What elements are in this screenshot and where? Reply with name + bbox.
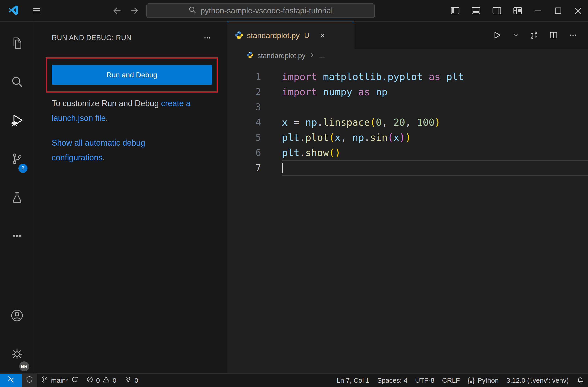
line-content[interactable]: plt.show() (282, 145, 588, 160)
run-dropdown-chevron-icon[interactable] (512, 32, 519, 39)
remote-icon (7, 375, 15, 385)
main-area: 2 BR RUN AND DEBUG: RUN (0, 22, 588, 373)
line-content[interactable]: plt.plot(x, np.sin(x)) (282, 130, 588, 145)
breadcrumb-chevron-icon (309, 52, 315, 60)
line-number: 1 (227, 69, 261, 84)
notifications-bell-icon[interactable] (573, 374, 588, 387)
breadcrumb-more[interactable]: ... (319, 52, 325, 60)
more-views-icon[interactable] (0, 217, 34, 255)
show-debug-configurations-link[interactable]: Show all automatic debug configurations (52, 138, 145, 162)
maximize-button[interactable] (548, 0, 568, 22)
braces-icon: {} (468, 376, 475, 385)
git-branch-icon (41, 376, 48, 385)
problems-item[interactable]: 0 0 (82, 374, 120, 387)
warnings-icon (103, 376, 110, 385)
errors-count: 0 (96, 377, 100, 384)
code-area[interactable]: 1import matplotlib.pyplot as plt2import … (227, 63, 588, 373)
show-configs-period: . (103, 153, 105, 162)
split-editor-icon[interactable] (549, 31, 558, 40)
line-number: 5 (227, 130, 261, 145)
views-and-more-actions-icon[interactable] (203, 33, 212, 43)
run-python-file-icon[interactable] (492, 30, 502, 40)
search-view-icon[interactable] (0, 62, 34, 101)
ports-item[interactable]: 0 (120, 374, 142, 387)
command-center-search[interactable]: python-sample-vscode-fastapi-tutorial (146, 3, 375, 18)
search-text: python-sample-vscode-fastapi-tutorial (200, 6, 333, 15)
warnings-count: 0 (112, 377, 116, 384)
profile-badge: BR (19, 361, 30, 372)
line-number: 4 (227, 115, 261, 130)
breadcrumb[interactable]: standardplot.py ... (227, 49, 588, 63)
errors-icon (86, 376, 93, 385)
line-content[interactable] (282, 100, 588, 115)
code-line-6[interactable]: 6plt.show() (227, 145, 588, 160)
line-content[interactable]: x = np.linspace(0, 20, 100) (282, 115, 588, 130)
toggle-secondary-sidebar-icon[interactable] (486, 0, 507, 22)
breadcrumb-file-name[interactable]: standardplot.py (257, 52, 305, 60)
indentation-item[interactable]: Spaces: 4 (373, 374, 411, 387)
code-line-7[interactable]: 7 (227, 160, 588, 175)
code-line-4[interactable]: 4x = np.linspace(0, 20, 100) (227, 115, 588, 130)
show-configs-hint: Show all automatic debug configurations. (52, 135, 195, 165)
code-line-1[interactable]: 1import matplotlib.pyplot as plt (227, 69, 588, 84)
shield-icon (26, 376, 33, 385)
line-content[interactable]: import matplotlib.pyplot as plt (282, 69, 588, 84)
radio-tower-icon (124, 376, 132, 385)
close-button[interactable] (568, 0, 588, 22)
customize-text: To customize Run and Debug (52, 99, 161, 108)
vscode-window: python-sample-vscode-fastapi-tutorial (0, 0, 588, 387)
language-mode-item[interactable]: {} Python (464, 374, 503, 387)
remote-indicator[interactable] (0, 374, 22, 387)
sidebar-title: RUN AND DEBUG: RUN (52, 34, 131, 42)
titlebar-center: python-sample-vscode-fastapi-tutorial (42, 3, 445, 18)
cursor-position-item[interactable]: Ln 7, Col 1 (333, 374, 373, 387)
interpreter-label: 3.12.0 ('.venv': venv) (506, 377, 569, 384)
back-icon[interactable] (112, 5, 122, 16)
line-content[interactable] (282, 160, 588, 175)
customize-period: . (106, 113, 108, 123)
toggle-primary-sidebar-icon[interactable] (445, 0, 465, 22)
source-control-icon[interactable]: 2 (0, 140, 34, 178)
titlebar-left (0, 5, 42, 16)
line-content[interactable]: import numpy as np (282, 84, 588, 100)
search-icon (188, 6, 196, 16)
accounts-icon[interactable] (0, 296, 34, 335)
editor-actions (492, 22, 588, 49)
run-and-debug-icon[interactable] (0, 101, 34, 140)
line-number: 7 (227, 160, 261, 175)
tab-standardplot[interactable]: standardplot.py U (227, 22, 354, 49)
code-line-2[interactable]: 2import numpy as np (227, 84, 588, 100)
more-actions-icon[interactable] (568, 31, 578, 40)
tab-bar: standardplot.py U (227, 22, 588, 49)
forward-icon[interactable] (129, 5, 139, 16)
encoding-item[interactable]: UTF-8 (411, 374, 438, 387)
open-changes-icon[interactable] (529, 31, 539, 40)
explorer-icon[interactable] (0, 24, 34, 62)
eol-item[interactable]: CRLF (438, 374, 464, 387)
brace-open: { (468, 376, 470, 385)
tab-close-icon[interactable] (319, 32, 326, 39)
python-file-icon (235, 31, 243, 40)
titlebar-right (445, 0, 588, 21)
code-line-3[interactable]: 3 (227, 100, 588, 115)
run-and-debug-button[interactable]: Run and Debug (52, 65, 212, 85)
language-status-dot (470, 381, 472, 383)
settings-gear-icon[interactable]: BR (0, 335, 34, 373)
python-interpreter-item[interactable]: 3.12.0 ('.venv': venv) (503, 374, 573, 387)
git-branch-label: main* (51, 377, 68, 384)
toggle-panel-icon[interactable] (465, 0, 486, 22)
git-branch-item[interactable]: main* (37, 374, 82, 387)
ports-count: 0 (134, 377, 138, 384)
customize-layout-icon[interactable] (507, 0, 528, 22)
line-number: 3 (227, 100, 261, 115)
menu-icon[interactable] (31, 5, 42, 16)
statusbar-right: Ln 7, Col 1 Spaces: 4 UTF-8 CRLF {} Pyth… (333, 374, 588, 387)
text-cursor (282, 163, 283, 173)
minimize-button[interactable] (528, 0, 548, 22)
tab-label: standardplot.py (247, 31, 300, 40)
sidebar-header: RUN AND DEBUG: RUN (34, 22, 227, 43)
testing-icon[interactable] (0, 178, 34, 217)
line-number: 6 (227, 145, 261, 160)
workspace-trust-item[interactable] (22, 374, 37, 387)
code-line-5[interactable]: 5plt.plot(x, np.sin(x)) (227, 130, 588, 145)
